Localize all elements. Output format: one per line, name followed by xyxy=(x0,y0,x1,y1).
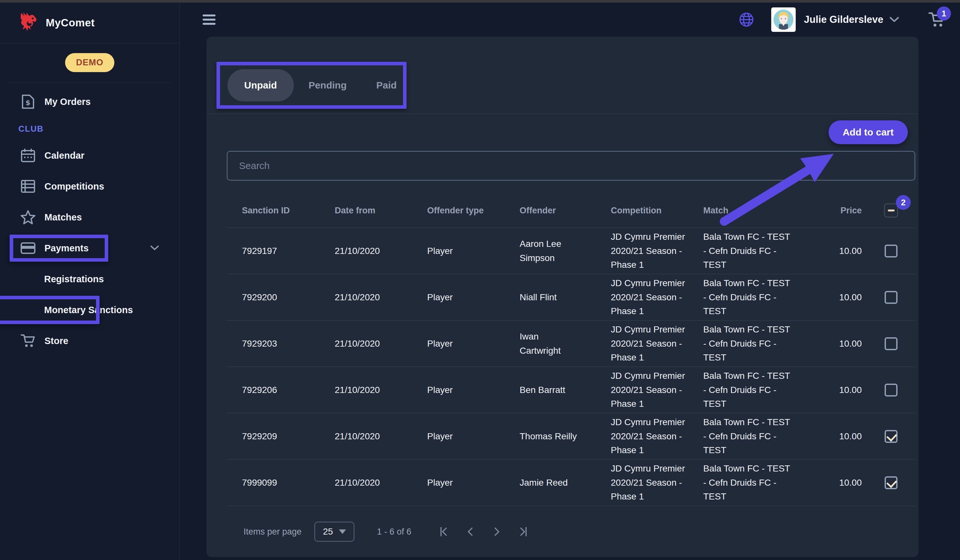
cell-date-from: 21/10/2020 xyxy=(335,431,427,442)
calendar-icon xyxy=(20,148,36,163)
row-checkbox[interactable] xyxy=(885,430,898,443)
cell-offender-type: Player xyxy=(427,338,520,349)
cell-match: Bala Town FC - TEST - Cefn Druids FC - T… xyxy=(703,461,838,503)
cell-offender: Ben Barratt xyxy=(520,383,611,397)
cell-offender-type: Player xyxy=(427,246,520,256)
content-card: Unpaid Pending Paid Add to cart Sanction… xyxy=(206,37,918,557)
add-to-cart-button[interactable]: Add to cart xyxy=(829,120,908,144)
row-checkbox[interactable] xyxy=(885,245,898,257)
cell-offender: Jamie Reed xyxy=(520,476,611,490)
row-checkbox[interactable] xyxy=(885,384,898,397)
sidebar-item-label: Calendar xyxy=(45,150,85,161)
cell-competition: JD Cymru Premier 2020/21 Season - Phase … xyxy=(611,461,703,503)
cell-offender-type: Player xyxy=(427,292,520,303)
search-input[interactable] xyxy=(227,151,915,180)
sidebar-item-monetary-sanctions[interactable]: Monetary Sanctions xyxy=(0,299,179,321)
cell-sanction-id: 7999099 xyxy=(242,478,335,488)
cell-competition: JD Cymru Premier 2020/21 Season - Phase … xyxy=(611,230,703,272)
row-checkbox[interactable] xyxy=(885,337,898,350)
sidebar-item-competitions[interactable]: Competitions xyxy=(0,176,179,197)
demo-badge: DEMO xyxy=(65,53,114,72)
cart-button[interactable]: 1 xyxy=(928,11,945,28)
row-checkbox[interactable] xyxy=(885,291,898,304)
tab-pending[interactable]: Pending xyxy=(294,69,362,101)
sanctions-table: Sanction ID Date from Offender type Offe… xyxy=(227,193,915,506)
sidebar-item-matches[interactable]: Matches xyxy=(0,207,179,228)
tabbar: Unpaid Pending Paid xyxy=(206,37,918,114)
screenshot-top-strip xyxy=(0,0,960,3)
user-name: Julie Gildersleve xyxy=(804,14,883,26)
sidebar-item-label: Monetary Sanctions xyxy=(44,305,133,315)
cell-price: 10.00 xyxy=(838,338,867,349)
cell-offender-type: Player xyxy=(427,431,520,442)
table-row: 7999099 21/10/2020 Player Jamie Reed JD … xyxy=(227,459,915,506)
selected-count-badge: 2 xyxy=(896,195,911,210)
pagination: Items per page 25 1 - 6 of 6 xyxy=(206,506,918,557)
cell-date-from: 21/10/2020 xyxy=(335,478,427,488)
cart-count-badge: 1 xyxy=(937,6,951,21)
sidebar-item-payments[interactable]: Payments xyxy=(0,238,179,259)
next-page-button[interactable] xyxy=(483,526,510,537)
star-icon xyxy=(20,210,36,225)
last-page-button[interactable] xyxy=(510,526,536,537)
svg-text:$: $ xyxy=(26,99,30,107)
cell-match: Bala Town FC - TEST - Cefn Druids FC - T… xyxy=(703,369,838,411)
cell-date-from: 21/10/2020 xyxy=(335,338,427,349)
column-header-offender: Offender xyxy=(520,206,611,215)
sidebar-item-label: Store xyxy=(45,336,68,346)
first-page-button[interactable] xyxy=(431,526,457,537)
chevron-down-icon[interactable] xyxy=(150,245,160,251)
column-header-date-from: Date from xyxy=(335,206,427,215)
cell-offender: Thomas Reilly xyxy=(520,429,611,443)
column-header-price: Price xyxy=(838,206,867,215)
table-row: 7929206 21/10/2020 Player Ben Barratt JD… xyxy=(227,367,915,413)
table-body: 7929197 21/10/2020 Player Aaron Lee Simp… xyxy=(227,228,915,506)
cell-competition: JD Cymru Premier 2020/21 Season - Phase … xyxy=(611,415,703,457)
column-header-match: Match xyxy=(703,206,838,215)
table-row: 7929209 21/10/2020 Player Thomas Reilly … xyxy=(227,413,915,459)
cell-sanction-id: 7929197 xyxy=(242,246,335,256)
language-globe-icon[interactable] xyxy=(739,12,754,27)
cell-date-from: 21/10/2020 xyxy=(335,246,427,256)
cell-competition: JD Cymru Premier 2020/21 Season - Phase … xyxy=(611,369,703,411)
row-checkbox[interactable] xyxy=(885,476,898,489)
cell-sanction-id: 7929206 xyxy=(242,385,335,395)
hamburger-menu-icon[interactable] xyxy=(203,12,216,27)
sidebar: MyComet DEMO $ My Orders CLUB xyxy=(0,3,180,560)
sidebar-item-label: My Orders xyxy=(45,97,91,107)
cell-date-from: 21/10/2020 xyxy=(335,385,427,395)
sidebar-item-store[interactable]: Store xyxy=(0,330,179,351)
sidebar-item-label: Matches xyxy=(45,212,82,223)
cell-price: 10.00 xyxy=(838,478,867,488)
cell-match: Bala Town FC - TEST - Cefn Druids FC - T… xyxy=(703,322,838,364)
list-table-icon xyxy=(20,180,36,193)
table-row: 7929203 21/10/2020 Player Iwan Cartwrigh… xyxy=(227,321,915,367)
cell-competition: JD Cymru Premier 2020/21 Season - Phase … xyxy=(611,322,703,364)
items-per-page-select[interactable]: 25 xyxy=(314,522,354,542)
tab-unpaid[interactable]: Unpaid xyxy=(227,69,294,101)
cell-sanction-id: 7929209 xyxy=(242,431,335,442)
cell-offender: Niall Flint xyxy=(520,290,611,304)
sidebar-item-registrations[interactable]: Registrations xyxy=(0,268,179,290)
table-header-row: Sanction ID Date from Offender type Offe… xyxy=(227,193,915,228)
avatar[interactable] xyxy=(771,7,796,32)
invoice-icon: $ xyxy=(20,94,36,109)
tab-paid[interactable]: Paid xyxy=(362,69,411,101)
sidebar-item-my-orders[interactable]: $ My Orders xyxy=(0,91,179,112)
sidebar-item-calendar[interactable]: Calendar xyxy=(0,145,179,166)
previous-page-button[interactable] xyxy=(457,526,483,537)
cell-match: Bala Town FC - TEST - Cefn Druids FC - T… xyxy=(703,230,838,272)
select-dropdown-arrow-icon xyxy=(339,530,346,534)
user-menu-chevron-down-icon[interactable] xyxy=(889,16,899,23)
sidebar-item-label: Payments xyxy=(45,243,89,254)
items-per-page-label: Items per page xyxy=(243,527,302,537)
select-all-checkbox-indeterminate[interactable] xyxy=(884,203,898,217)
column-header-offender-type: Offender type xyxy=(427,206,520,215)
dragon-logo-icon xyxy=(18,11,38,34)
logo-row: MyComet xyxy=(0,3,179,43)
credit-card-icon xyxy=(20,242,36,254)
cell-match: Bala Town FC - TEST - Cefn Druids FC - T… xyxy=(703,276,838,318)
table-row: 7929200 21/10/2020 Player Niall Flint JD… xyxy=(227,274,915,321)
brand-name: MyComet xyxy=(46,17,95,29)
cell-price: 10.00 xyxy=(838,292,867,303)
